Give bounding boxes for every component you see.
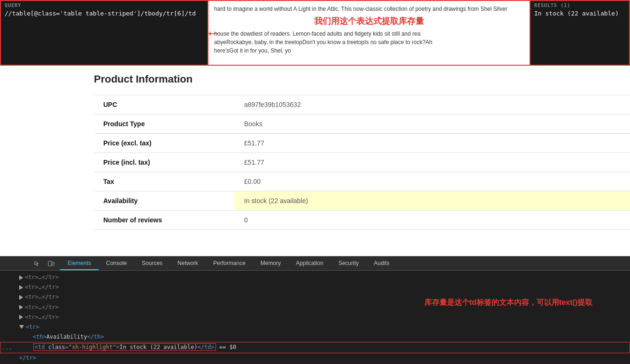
devtools-tab-application[interactable]: Application <box>288 257 331 270</box>
dom-line: <tr>…</tr> <box>0 273 630 282</box>
table-row: AvailabilityIn stock (22 available) <box>94 191 630 211</box>
row-value: Books <box>235 114 630 134</box>
dom-line[interactable]: <td class="xh-highlight">In stock (22 av… <box>0 342 630 353</box>
table-row: Price (excl. tax)£51.77 <box>94 134 630 153</box>
row-label: Product Type <box>94 114 235 134</box>
dom-line: <tr>…</tr> <box>0 303 630 312</box>
dom-line: <tr>…</tr> <box>0 282 630 292</box>
row-label: Availability <box>94 191 235 211</box>
product-page: Product Information UPCa897fe39b1053632P… <box>0 66 630 230</box>
row-label: Price (incl. tax) <box>94 153 235 172</box>
devtools-tab-security[interactable]: Security <box>331 257 366 270</box>
svg-rect-0 <box>48 261 52 266</box>
page-text-preview: hard to imagine a world without A Light … <box>214 5 524 55</box>
devtools-panel: ElementsConsoleSourcesNetworkPerformance… <box>0 256 630 364</box>
dom-line: <tr> <box>0 322 630 332</box>
svg-rect-1 <box>52 262 54 265</box>
devtools-tab-elements[interactable]: Elements <box>60 257 99 270</box>
table-row: Price (incl. tax)£51.77 <box>94 153 630 172</box>
dom-line: </tr> <box>0 353 630 363</box>
dom-line: <tr>…</tr> <box>0 292 630 302</box>
row-value: £51.77 <box>235 134 630 153</box>
row-value: a897fe39b1053632 <box>235 95 630 114</box>
results-label: RESULTS (1) <box>534 3 625 8</box>
cursor-icon[interactable] <box>32 258 42 269</box>
dom-ellipsis: ... <box>2 344 12 351</box>
table-row: Tax£0.00 <box>94 172 630 191</box>
dom-line: <th>Availability</th> <box>0 332 630 342</box>
row-value: 0 <box>235 211 630 230</box>
table-row: Product TypeBooks <box>94 114 630 134</box>
devtools-tab-network[interactable]: Network <box>170 257 206 270</box>
device-toggle-icon[interactable] <box>46 258 56 269</box>
results-value: In stock (22 available) <box>534 10 625 17</box>
table-row: Number of reviews0 <box>94 211 630 230</box>
row-value: £0.00 <box>235 172 630 191</box>
arrow-icon: ← <box>205 23 222 43</box>
devtools-icon-area <box>28 257 60 270</box>
devtools-dom-content: <tr>…</tr> <tr>…</tr> <tr>…</tr> <tr>…</… <box>0 271 630 364</box>
xpath-page-preview: hard to imagine a world without A Light … <box>207 1 530 65</box>
row-label: Number of reviews <box>94 211 235 230</box>
xpath-bar: QUERY ← hard to imagine a world without … <box>0 0 630 66</box>
table-row: UPCa897fe39b1053632 <box>94 95 630 114</box>
devtools-tab-audits[interactable]: Audits <box>366 257 397 270</box>
xpath-results-section: RESULTS (1) In stock (22 available) <box>530 1 629 65</box>
xpath-query-input[interactable] <box>5 10 204 17</box>
row-value: In stock (22 available) <box>235 191 630 211</box>
product-title: Product Information <box>94 73 630 85</box>
query-label: QUERY <box>5 3 204 8</box>
product-table: UPCa897fe39b1053632Product TypeBooksPric… <box>94 95 630 230</box>
row-value: £51.77 <box>235 153 630 172</box>
annotation-top: 我们用这个表达式提取库存量 <box>214 15 524 28</box>
devtools-tab-sources[interactable]: Sources <box>134 257 170 270</box>
xpath-query-section: QUERY <box>1 1 207 65</box>
devtools-tab-console[interactable]: Console <box>99 257 134 270</box>
row-label: Price (excl. tax) <box>94 134 235 153</box>
devtools-tab-performance[interactable]: Performance <box>206 257 253 270</box>
devtools-tab-memory[interactable]: Memory <box>253 257 288 270</box>
dom-line: <tr>…</tr> <box>0 312 630 322</box>
row-label: Tax <box>94 172 235 191</box>
devtools-tabs: ElementsConsoleSourcesNetworkPerformance… <box>0 257 630 271</box>
row-label: UPC <box>94 95 235 114</box>
